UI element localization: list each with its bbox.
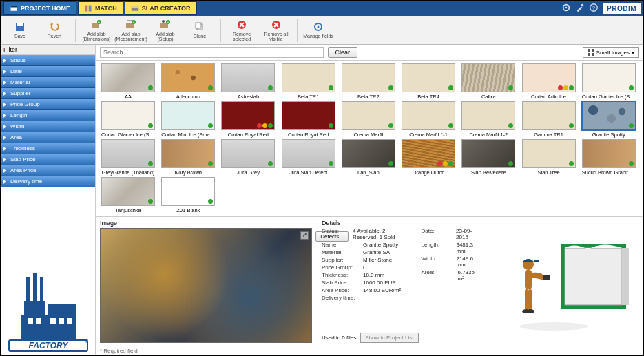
- slab-card[interactable]: Corian Glacier Ice (Small 93): [100, 101, 156, 138]
- slab-card[interactable]: Jura Slab Defect: [280, 139, 337, 176]
- slab-card[interactable]: Gamma TR1: [521, 101, 577, 138]
- slab-thumb[interactable]: [522, 139, 576, 168]
- expand-icon[interactable]: ⤢: [300, 231, 309, 240]
- filter-item-area[interactable]: Area: [1, 132, 95, 143]
- slab-card[interactable]: Sucuri Brown Granite (Pol...: [581, 139, 637, 176]
- slab-thumb[interactable]: [282, 63, 335, 92]
- slab-thumb[interactable]: [101, 63, 155, 92]
- slab-card[interactable]: Slab Tree: [521, 139, 577, 176]
- settings-icon[interactable]: [561, 3, 571, 14]
- save-button[interactable]: Save: [3, 17, 37, 44]
- slab-thumb[interactable]: [522, 63, 576, 92]
- filter-item-status[interactable]: Status: [1, 55, 95, 66]
- slab-card[interactable]: Lab_Slab: [340, 139, 397, 176]
- svg-rect-1: [11, 6, 17, 7]
- slab-thumb[interactable]: [522, 101, 576, 130]
- filter-item-delivery-time[interactable]: Delivery time: [1, 176, 95, 187]
- slab-card[interactable]: Corian Artic Ice: [521, 63, 577, 100]
- slab-card[interactable]: Corian Mint Ice (Small 76): [160, 101, 216, 138]
- slab-thumb[interactable]: [221, 139, 275, 168]
- slab-thumb[interactable]: [461, 63, 515, 92]
- show-in-project-list-button[interactable]: Show in Project List: [360, 333, 418, 343]
- svg-rect-54: [543, 275, 550, 280]
- manage-fields-button[interactable]: Manage fields: [302, 17, 335, 44]
- slab-card[interactable]: Calixa: [460, 63, 517, 100]
- slab-card[interactable]: Slab Belvedere: [460, 139, 517, 176]
- revert-button[interactable]: Revert: [38, 17, 71, 44]
- slab-card[interactable]: Arlecchino: [160, 63, 216, 100]
- filter-item-price-group[interactable]: Price Group: [1, 99, 95, 110]
- status-dot: [208, 199, 213, 204]
- slab-thumb[interactable]: [582, 63, 636, 92]
- slab-card[interactable]: Beta TR1: [280, 63, 337, 100]
- slab-card[interactable]: Astraslab: [220, 63, 276, 100]
- slab-thumb[interactable]: [161, 139, 215, 168]
- slab-thumb[interactable]: [282, 101, 335, 130]
- slab-thumb[interactable]: [461, 139, 515, 168]
- slab-card[interactable]: Ivory Brown: [160, 139, 216, 176]
- slab-card[interactable]: Granite Spotty: [581, 101, 637, 138]
- filter-item-supplier[interactable]: Supplier: [1, 88, 95, 99]
- search-input[interactable]: [100, 47, 324, 58]
- tab-slab-creator[interactable]: SLAB CREATOR: [125, 1, 197, 15]
- slab-thumb[interactable]: [161, 177, 215, 206]
- slab-thumb[interactable]: [101, 177, 155, 206]
- add-slab-dim-button[interactable]: + Add slab (Dimensions): [80, 17, 113, 44]
- view-mode-select[interactable]: Small Images ▾: [583, 47, 639, 58]
- slab-card[interactable]: Crema Marfil: [340, 101, 397, 138]
- help-icon[interactable]: ?: [589, 3, 599, 14]
- tab-match[interactable]: MATCH: [78, 1, 123, 15]
- slab-card[interactable]: Jura Grey: [220, 139, 276, 176]
- slab-card[interactable]: Beta TR2: [340, 63, 397, 100]
- slab-card[interactable]: Tanjuschka: [100, 177, 156, 213]
- status-dot: [558, 85, 563, 90]
- detail-row: Slab Price:1000.00 EUR: [322, 280, 409, 286]
- slab-card[interactable]: Crema Marfil 1-1: [400, 101, 457, 138]
- slab-thumb[interactable]: [402, 139, 455, 168]
- slab-thumb[interactable]: [342, 63, 395, 92]
- remove-all-button[interactable]: Remove all visible: [260, 17, 293, 44]
- slab-thumb[interactable]: [282, 139, 335, 168]
- remove-selected-button[interactable]: Remove selected: [225, 17, 258, 44]
- filter-item-material[interactable]: Material: [1, 77, 95, 88]
- slab-thumb[interactable]: [101, 101, 155, 130]
- slab-thumb[interactable]: [161, 101, 215, 130]
- slab-thumb[interactable]: [342, 139, 395, 168]
- slab-thumb[interactable]: [582, 101, 636, 130]
- svg-rect-39: [28, 318, 33, 324]
- slab-thumb[interactable]: [402, 63, 455, 92]
- slab-thumb[interactable]: [342, 101, 395, 130]
- slab-card[interactable]: Beta TR4: [400, 63, 457, 100]
- slab-card[interactable]: Z01-Blank: [160, 177, 216, 213]
- slab-card[interactable]: AA: [100, 63, 156, 100]
- status-dot: [208, 85, 213, 90]
- slab-card[interactable]: Corian Glacier Ice (Small 76): [581, 63, 637, 100]
- filter-item-slab-price[interactable]: Slab Price: [1, 154, 95, 165]
- tab-project-home[interactable]: PROJECT HOME: [3, 1, 76, 15]
- slab-card[interactable]: Crema Marfil 1-2: [460, 101, 517, 138]
- add-slab-meas-button[interactable]: + Add slab (Measurement): [114, 17, 147, 44]
- slab-thumb[interactable]: [221, 101, 275, 130]
- add-slab-setup-button[interactable]: + Add slab (Setup): [149, 17, 182, 44]
- slab-thumb[interactable]: [402, 101, 455, 130]
- slab-thumb[interactable]: [461, 101, 515, 130]
- slab-card[interactable]: Orange Dutch: [400, 139, 457, 176]
- filter-item-length[interactable]: Length: [1, 110, 95, 121]
- slab-caption: Granite Spotty: [592, 132, 625, 138]
- filter-item-width[interactable]: Width: [1, 121, 95, 132]
- clone-button[interactable]: Clone: [183, 17, 216, 44]
- slab-card[interactable]: GreyGranite (Thailand): [100, 139, 156, 176]
- slab-thumb[interactable]: [101, 139, 155, 168]
- slab-thumb[interactable]: [161, 63, 215, 92]
- slab-card[interactable]: Corian Royal Red: [280, 101, 337, 138]
- filter-item-date[interactable]: Date: [1, 66, 95, 77]
- filter-item-area-price[interactable]: Area Price: [1, 165, 95, 176]
- clear-button[interactable]: Clear: [328, 47, 358, 58]
- filter-item-thickness[interactable]: Thickness: [1, 143, 95, 154]
- slab-thumb[interactable]: [582, 139, 636, 168]
- preview-image[interactable]: ⤢ Defects...: [100, 228, 312, 343]
- slab-thumb[interactable]: [221, 63, 275, 92]
- slab-card[interactable]: Corian Royal Red: [220, 101, 276, 138]
- remove-all-label: Remove all visible: [260, 32, 293, 41]
- tools-icon[interactable]: [575, 3, 585, 14]
